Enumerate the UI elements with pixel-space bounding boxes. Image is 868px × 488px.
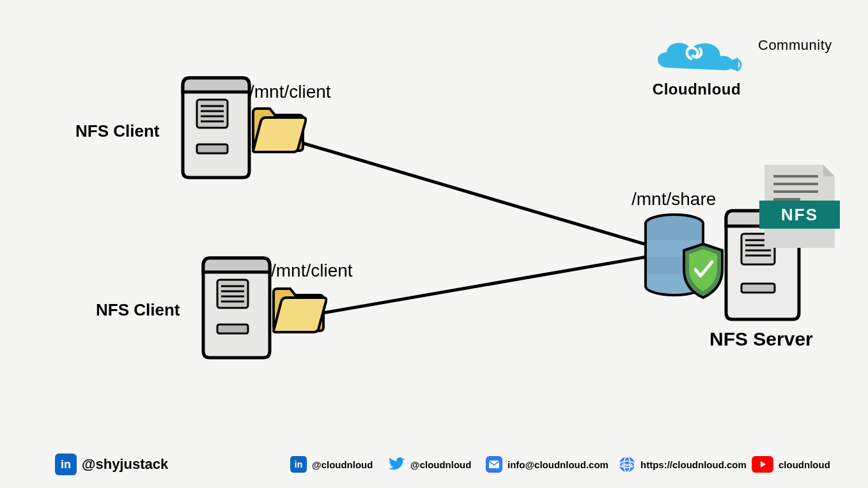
twitter-icon (389, 456, 405, 473)
mail-icon (486, 456, 502, 473)
footer-link-text: cloudnloud (779, 459, 830, 470)
footer-youtube: cloudnloud (752, 456, 830, 473)
svg-rect-13 (217, 324, 248, 333)
footer-link-text: @cloudnloud (410, 459, 471, 470)
svg-text:www: www (621, 462, 633, 467)
server-label: NFS Server (709, 328, 813, 350)
brand-name: Cloudnloud (649, 80, 745, 98)
footer-mail: info@cloudnloud.com (486, 456, 608, 473)
svg-rect-2 (197, 100, 228, 128)
folder-icon-2 (270, 282, 327, 333)
client-label-2: NFS Client (96, 300, 180, 320)
svg-rect-19 (741, 284, 775, 293)
cloud-icon (649, 31, 745, 80)
author-handle-block: in @shyjustack (55, 454, 168, 475)
youtube-icon (752, 456, 773, 473)
globe-icon: www (619, 456, 635, 473)
folder-icon-1 (249, 102, 307, 153)
footer-www: www https://cloudnloud.com (619, 456, 747, 473)
server-path: /mnt/share (632, 189, 716, 210)
svg-rect-8 (217, 280, 248, 308)
svg-line-0 (300, 142, 662, 249)
brand-logo-block: Cloudnloud (649, 31, 745, 98)
linkedin-icon: in (290, 456, 307, 473)
nfs-document-icon: NFS (764, 165, 835, 248)
linkedin-icon: in (55, 454, 77, 475)
svg-line-1 (323, 254, 662, 313)
tower-icon-2 (198, 255, 275, 361)
author-handle: @shyjustack (82, 456, 168, 473)
diagram-canvas: Cloudnloud Community NFS Client /mnt/cli… (0, 0, 868, 488)
footer-link-text: @cloudnloud (312, 459, 373, 470)
client-path-1: /mnt/client (249, 82, 331, 102)
tower-icon-1 (178, 75, 254, 181)
footer-linkedin: in @cloudnloud (290, 456, 373, 473)
svg-rect-7 (197, 144, 228, 153)
brand-tag: Community (758, 37, 832, 54)
client-path-2: /mnt/client (271, 261, 353, 281)
footer-twitter: @cloudnloud (389, 456, 471, 473)
database-shield-icon (639, 212, 729, 308)
nfs-badge: NFS (759, 201, 840, 229)
footer-link-text: https://cloudnloud.com (640, 459, 747, 470)
footer-link-text: info@cloudnloud.com (508, 459, 608, 470)
client-label-1: NFS Client (75, 121, 159, 141)
